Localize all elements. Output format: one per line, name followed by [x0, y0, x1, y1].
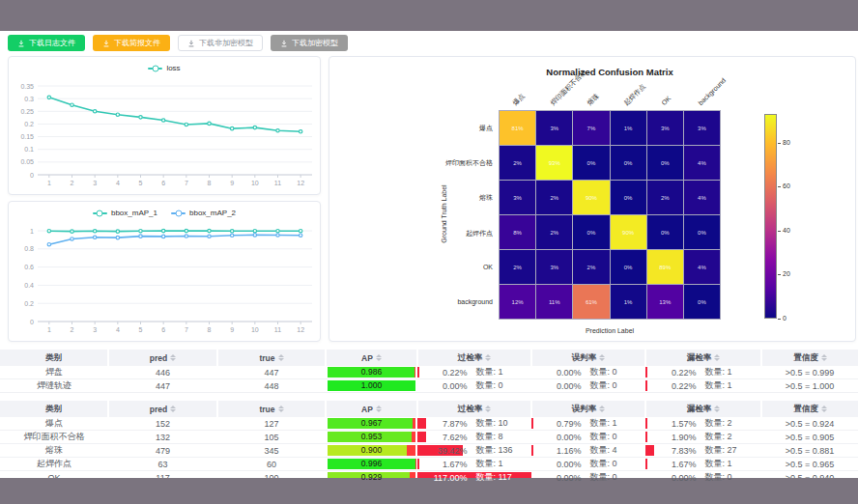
- heatmap-cell: 3%: [684, 111, 720, 145]
- pred-cell: 132: [108, 431, 217, 444]
- sort-icon[interactable]: [599, 406, 605, 412]
- pred-cell: 446: [108, 366, 217, 379]
- sort-icon[interactable]: [376, 406, 382, 412]
- column-header-label: 类别: [45, 352, 62, 364]
- column-header[interactable]: 过检率: [417, 350, 531, 366]
- cm-column-label: 起焊作点: [622, 82, 647, 107]
- rate-percent: 7.83%: [658, 446, 697, 456]
- column-header[interactable]: pred: [108, 350, 217, 366]
- column-header[interactable]: 漏检率: [645, 350, 761, 366]
- column-header[interactable]: 置信度: [761, 401, 858, 417]
- svg-text:12: 12: [297, 326, 304, 333]
- column-header-label: AP: [361, 405, 373, 414]
- confidence-cell: >0.5 = 0.905: [761, 431, 858, 444]
- colorbar-tick-mark: [778, 143, 781, 144]
- column-header-label: AP: [361, 353, 373, 363]
- confidence-cell: >0.5 = 0.999: [761, 366, 858, 379]
- rate-percent: 0.00%: [543, 368, 582, 378]
- sort-icon[interactable]: [485, 406, 491, 412]
- colorbar-tick-label: 40: [783, 227, 790, 234]
- class-cell: 焊缝轨迹: [0, 379, 108, 393]
- column-header[interactable]: 漏检率: [645, 401, 761, 417]
- table-row: 爆点1521270.9677.87%数量: 100.79%数量: 11.57%数…: [0, 417, 858, 431]
- column-header[interactable]: true: [217, 401, 326, 417]
- rate-count: 数量: 0: [590, 471, 635, 484]
- sort-icon[interactable]: [278, 354, 284, 361]
- sort-icon[interactable]: [485, 354, 491, 361]
- ap-cell: 0.929: [326, 471, 417, 485]
- column-header[interactable]: 过检率: [417, 401, 531, 417]
- rate-cell: 7.62%数量: 8: [417, 431, 531, 443]
- svg-text:0.8: 0.8: [24, 245, 34, 252]
- sort-icon[interactable]: [599, 354, 605, 361]
- sort-icon[interactable]: [170, 354, 176, 361]
- download-plain-model-button[interactable]: 下载非加密模型: [178, 35, 263, 51]
- overdetect-cell: 0.22%数量: 1: [417, 366, 531, 379]
- legend-marker-icon: [93, 212, 107, 214]
- rate-count: 数量: 2: [705, 431, 750, 443]
- rate-cell: 7.87%数量: 10: [417, 417, 531, 430]
- legend-item-bbox-map-2[interactable]: bbox_mAP_2: [171, 209, 236, 217]
- colorbar-tick-mark: [778, 186, 781, 187]
- rate-cell: 0.22%数量: 1: [417, 366, 531, 378]
- ap-cell: 0.967: [326, 417, 417, 431]
- rate-cell: 1.90%数量: 2: [645, 431, 761, 443]
- column-header[interactable]: pred: [108, 401, 217, 417]
- heatmap-cell: 93%: [536, 146, 572, 180]
- column-header[interactable]: 误判率: [531, 350, 645, 366]
- legend-marker-icon: [171, 212, 186, 214]
- metrics-table-2: 类别predtrueAP过检率误判率漏检率置信度 爆点1521270.9677.…: [0, 401, 858, 485]
- sort-icon[interactable]: [170, 406, 176, 412]
- rate-cell: 0.00%数量: 0: [531, 379, 645, 392]
- heatmap-cell: 81%: [500, 111, 535, 145]
- column-header-label: pred: [150, 405, 167, 414]
- svg-text:9: 9: [230, 180, 234, 186]
- svg-text:0.15: 0.15: [20, 133, 34, 140]
- rate-percent: 7.62%: [429, 433, 468, 442]
- svg-text:2: 2: [71, 326, 74, 333]
- heatmap-cell: 4%: [684, 181, 720, 214]
- true-cell: 447: [217, 366, 326, 379]
- rate-count: 数量: 0: [476, 379, 521, 392]
- svg-text:3: 3: [93, 180, 97, 186]
- legend-item-bbox-map-1[interactable]: bbox_mAP_1: [93, 209, 157, 217]
- cm-row-label: OK: [435, 264, 493, 270]
- rate-cell: 7.83%数量: 27: [645, 444, 761, 457]
- column-header[interactable]: AP: [326, 350, 417, 366]
- sort-icon[interactable]: [821, 354, 827, 361]
- ap-value: 0.967: [328, 418, 415, 429]
- sort-icon[interactable]: [278, 406, 284, 412]
- legend-item-loss[interactable]: loss: [148, 64, 180, 72]
- heatmap-cell: 2%: [500, 146, 535, 180]
- sort-icon[interactable]: [376, 354, 382, 361]
- column-header[interactable]: true: [217, 350, 326, 366]
- heatmap-cell: 3%: [536, 111, 572, 145]
- heatmap-cell: 2%: [647, 181, 683, 214]
- column-header-label: true: [259, 405, 274, 414]
- map-chart-legend: bbox_mAP_1 bbox_mAP_2: [9, 209, 320, 217]
- loss-line-chart: 00.050.10.150.20.250.30.3512345678910111…: [9, 57, 320, 194]
- miss-cell: 0.22%数量: 1: [645, 366, 761, 379]
- column-header[interactable]: AP: [326, 401, 417, 417]
- svg-text:0.6: 0.6: [24, 264, 34, 270]
- svg-text:0.35: 0.35: [20, 83, 34, 90]
- sort-icon[interactable]: [821, 406, 827, 412]
- heatmap-cell: 2%: [500, 250, 535, 284]
- miss-cell: 0.00%数量: 0: [645, 471, 761, 485]
- legend-label: bbox_mAP_2: [189, 209, 236, 217]
- legend-marker-icon: [148, 68, 162, 70]
- true-cell: 448: [217, 379, 326, 393]
- heatmap-cell: 12%: [500, 285, 535, 319]
- column-header[interactable]: 误判率: [531, 401, 645, 417]
- colorbar: [764, 114, 777, 319]
- svg-text:11: 11: [274, 180, 281, 186]
- download-report-button[interactable]: 下载简报文件: [93, 35, 170, 51]
- true-cell: 105: [217, 431, 326, 444]
- download-log-button[interactable]: 下载日志文件: [8, 35, 85, 51]
- sort-icon[interactable]: [714, 354, 720, 361]
- download-toolbar: 下载日志文件 下载简报文件 下载非加密模型 下载加密模型: [8, 35, 348, 51]
- column-header[interactable]: 置信度: [761, 350, 858, 366]
- download-plain-model-label: 下载非加密模型: [199, 38, 253, 48]
- download-encrypted-model-button[interactable]: 下载加密模型: [271, 35, 348, 51]
- sort-icon[interactable]: [714, 406, 720, 412]
